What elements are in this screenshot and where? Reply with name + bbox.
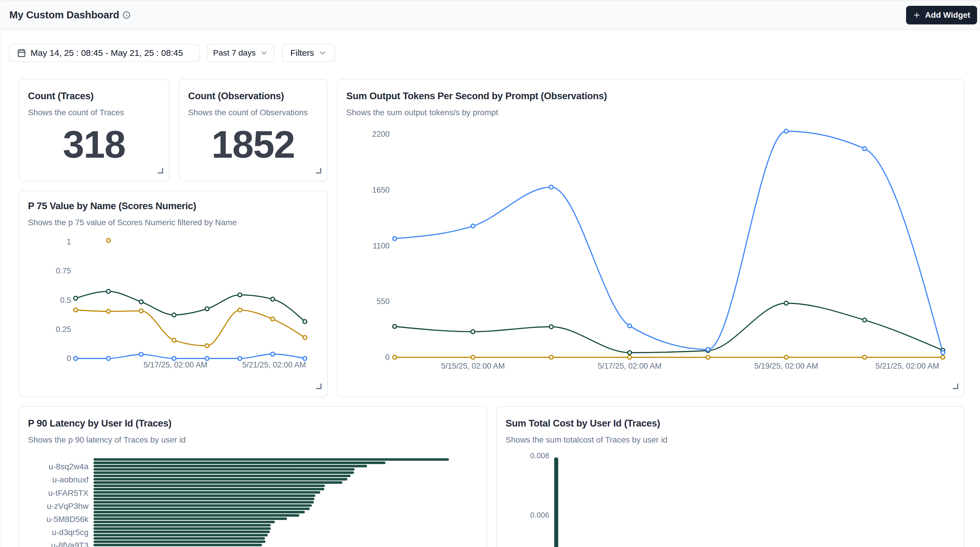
svg-text:5/17/25, 02:00 AM: 5/17/25, 02:00 AM — [143, 360, 207, 369]
svg-text:u-aobnuxf: u-aobnuxf — [52, 475, 89, 484]
svg-text:0: 0 — [67, 354, 71, 363]
svg-text:1: 1 — [67, 238, 71, 246]
svg-text:0.5: 0.5 — [60, 296, 71, 304]
svg-text:5/17/25, 02:00 AM: 5/17/25, 02:00 AM — [597, 361, 661, 370]
svg-text:5/15/25, 02:00 AM: 5/15/25, 02:00 AM — [441, 361, 504, 370]
svg-text:5/21/25, 02:00 AM: 5/21/25, 02:00 AM — [875, 361, 939, 370]
svg-text:5/19/25, 02:00 AM: 5/19/25, 02:00 AM — [754, 361, 818, 370]
svg-text:5/21/25, 02:00 AM: 5/21/25, 02:00 AM — [242, 360, 306, 369]
svg-text:550: 550 — [377, 297, 390, 306]
svg-text:1100: 1100 — [373, 241, 390, 250]
svg-text:0.008: 0.008 — [530, 451, 549, 460]
svg-text:u-d3qr5cg: u-d3qr5cg — [52, 528, 89, 537]
svg-text:u-8fVa9T3: u-8fVa9T3 — [51, 541, 89, 547]
svg-text:0: 0 — [385, 353, 390, 361]
svg-text:0.25: 0.25 — [56, 325, 71, 334]
svg-text:0.006: 0.006 — [530, 511, 549, 519]
svg-text:u-5M8D56k: u-5M8D56k — [46, 515, 89, 524]
svg-text:2200: 2200 — [372, 130, 390, 138]
svg-text:u-zVqP3hw: u-zVqP3hw — [47, 502, 89, 511]
svg-text:u-8sq2w4a: u-8sq2w4a — [49, 462, 89, 471]
svg-text:1650: 1650 — [372, 186, 390, 194]
svg-text:u-tFAR5TX: u-tFAR5TX — [48, 488, 89, 498]
svg-text:0.75: 0.75 — [56, 266, 71, 275]
